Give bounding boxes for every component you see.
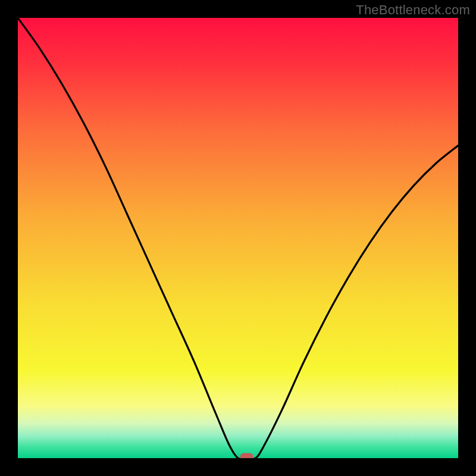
optimum-marker xyxy=(240,453,253,459)
plot-area xyxy=(18,18,458,458)
chart-frame: TheBottleneck.com xyxy=(0,0,476,476)
watermark-text: TheBottleneck.com xyxy=(356,2,470,18)
chart-svg xyxy=(18,18,458,458)
gradient-background xyxy=(18,18,458,458)
